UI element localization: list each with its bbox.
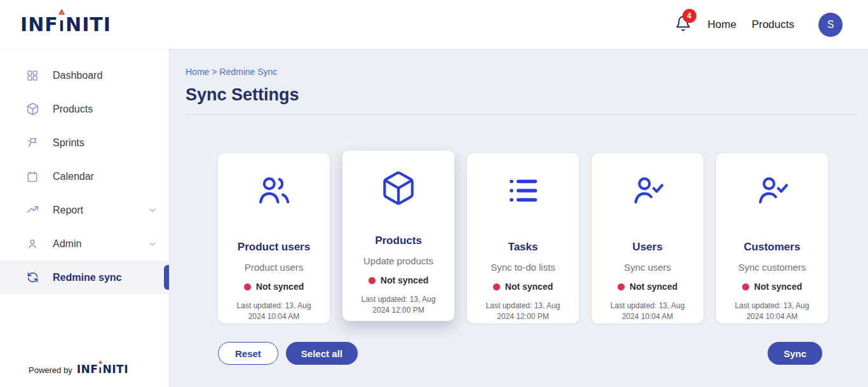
breadcrumb-separator: > — [212, 67, 217, 77]
title-divider — [186, 114, 858, 114]
page-title: Sync Settings — [186, 85, 858, 105]
card-status: Not synced — [742, 282, 802, 292]
card-subtitle: Update products — [363, 255, 433, 266]
breadcrumb-current[interactable]: Redmine Sync — [219, 67, 277, 77]
sync-card-tasks[interactable]: Tasks Sync to-do lists Not synced Last u… — [467, 153, 579, 323]
calendar-icon — [25, 170, 39, 184]
notification-bell[interactable]: 4 — [675, 14, 694, 36]
user-check-icon — [629, 172, 666, 209]
select-all-button[interactable]: Select all — [286, 342, 358, 365]
card-title: Tasks — [508, 241, 538, 254]
package-icon — [25, 102, 39, 116]
sync-card-product-users[interactable]: Product users Product users Not synced L… — [218, 153, 330, 323]
logo-text: INF — [20, 13, 58, 36]
sync-card-products[interactable]: Products Update products Not synced Last… — [342, 151, 454, 321]
card-subtitle: Sync users — [624, 262, 671, 273]
sprint-flag-icon — [25, 136, 39, 150]
breadcrumb-home[interactable]: Home — [186, 67, 209, 77]
logo-triangle-dot-icon — [98, 360, 102, 363]
reset-button[interactable]: Reset — [218, 342, 278, 365]
breadcrumb: Home > Redmine Sync — [186, 67, 858, 77]
sidebar: Dashboard Products Sprints — [0, 49, 170, 387]
person-icon — [25, 237, 39, 251]
status-dot — [244, 283, 251, 290]
chevron-down-icon — [147, 205, 158, 215]
dashboard-grid-icon — [25, 69, 39, 83]
task-list-icon — [505, 172, 541, 209]
card-subtitle: Product users — [245, 262, 304, 273]
sidebar-item-admin[interactable]: Admin — [0, 227, 169, 261]
trending-up-icon — [25, 203, 39, 217]
card-last-updated: Last updated: 13, Aug 2024 10:04 AM — [734, 301, 810, 323]
status-dot — [618, 283, 625, 290]
nav-products[interactable]: Products — [752, 18, 794, 31]
status-dot — [369, 277, 376, 284]
sidebar-item-products[interactable]: Products — [0, 92, 169, 126]
chevron-down-icon — [147, 239, 158, 249]
card-status: Not synced — [618, 282, 677, 292]
card-subtitle: Sync customers — [738, 262, 806, 273]
infiniti-footer-logo: INFINITI — [77, 363, 128, 376]
status-dot — [493, 283, 500, 290]
user-check-icon — [754, 172, 790, 209]
card-title: Products — [375, 234, 422, 247]
sidebar-item-dashboard[interactable]: Dashboard — [0, 58, 169, 92]
card-last-updated: Last updated: 13, Aug 2024 10:04 AM — [236, 301, 312, 323]
notification-badge: 4 — [682, 9, 696, 23]
logo-triangle-dot-icon — [58, 9, 65, 15]
package-icon — [380, 170, 417, 207]
card-last-updated: Last updated: 13, Aug 2024 10:04 AM — [609, 301, 686, 323]
sidebar-item-sprints[interactable]: Sprints — [0, 126, 169, 160]
powered-by: Powered by INFINITI — [0, 363, 169, 387]
card-status: Not synced — [244, 282, 304, 292]
sync-icon — [25, 271, 39, 285]
card-title: Customers — [744, 241, 801, 254]
users-icon — [255, 172, 292, 209]
card-title: Product users — [238, 241, 310, 254]
sidebar-item-calendar[interactable]: Calendar — [0, 160, 169, 193]
app-header: INFINITI 4 Home Products S — [0, 0, 868, 49]
infiniti-logo: INFINITI — [20, 13, 111, 36]
actions-row: Reset Select all Sync — [218, 342, 822, 365]
sync-button[interactable]: Sync — [768, 342, 822, 365]
sync-card-customers[interactable]: Customers Sync customers Not synced Last… — [716, 153, 828, 323]
sidebar-item-report[interactable]: Report — [0, 193, 169, 227]
card-subtitle: Sync to-do lists — [491, 262, 555, 273]
main-content: Home > Redmine Sync Sync Settings Produc… — [170, 49, 868, 387]
sidebar-item-redmine-sync[interactable]: Redmine sync — [0, 261, 169, 294]
sync-card-users[interactable]: Users Sync users Not synced Last updated… — [592, 153, 703, 323]
card-status: Not synced — [369, 275, 428, 285]
user-avatar[interactable]: S — [818, 13, 843, 37]
nav-home[interactable]: Home — [708, 18, 736, 31]
sync-cards-row: Product users Product users Not synced L… — [218, 153, 858, 323]
card-last-updated: Last updated: 13, Aug 2024 12:00 PM — [485, 301, 561, 323]
card-last-updated: Last updated: 13, Aug 2024 12:00 PM — [360, 294, 437, 316]
card-title: Users — [632, 241, 662, 254]
status-dot — [742, 283, 749, 290]
card-status: Not synced — [493, 282, 553, 292]
